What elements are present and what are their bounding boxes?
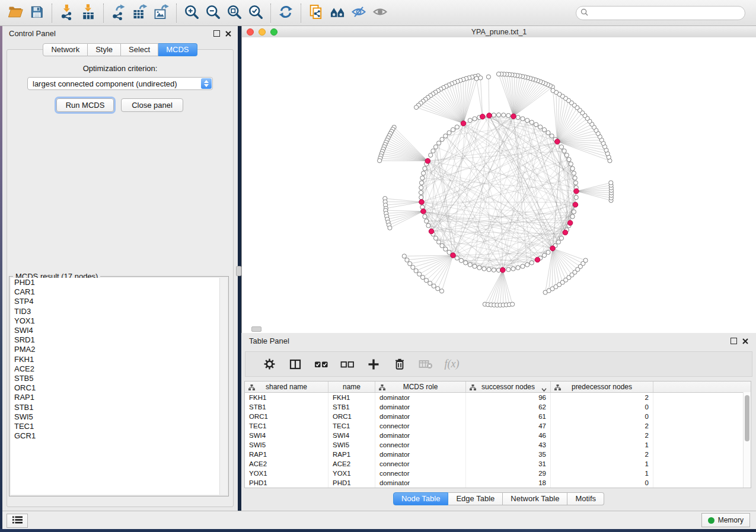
fx-icon: f(x) — [445, 358, 460, 370]
table-row[interactable]: FKH1FKH1dominator962 — [245, 393, 751, 402]
export-table-button[interactable] — [129, 3, 151, 23]
mcds-result-scrollbar[interactable] — [219, 278, 227, 495]
export-image-button[interactable] — [151, 3, 172, 23]
column-header-MCDS-role[interactable]: MCDS role — [375, 382, 466, 392]
add-column-button[interactable] — [361, 358, 387, 370]
mcds-result-item[interactable]: ORC1 — [11, 383, 220, 393]
search-icon — [580, 8, 588, 18]
mcds-result-item[interactable]: FKH1 — [11, 355, 220, 364]
node-table: shared namenameMCDS rolesuccessor nodesp… — [244, 381, 751, 488]
float-panel-icon[interactable] — [213, 30, 220, 37]
float-table-panel-icon[interactable] — [731, 338, 737, 344]
network-graph — [242, 37, 756, 333]
table-scrollbar-thumb[interactable] — [745, 395, 749, 441]
table-scrollbar[interactable] — [743, 392, 751, 488]
table-cell: SWI5 — [328, 440, 375, 450]
table-cell: 31 — [466, 459, 551, 469]
mcds-result-item[interactable]: RAP1 — [11, 393, 220, 402]
optimization-criterion-label: Optimization criterion: — [7, 64, 233, 73]
network-window-titlebar[interactable]: YPA_prune.txt_1 — [242, 26, 756, 38]
table-cell: RAP1 — [328, 450, 375, 459]
tab-motifs[interactable]: Motifs — [567, 492, 604, 505]
table-row[interactable]: ORC1ORC1dominator610 — [245, 412, 751, 421]
import-table-button[interactable] — [78, 3, 99, 23]
mcds-result-item[interactable]: GCR1 — [11, 431, 220, 441]
mcds-result-item[interactable]: STB5 — [11, 374, 220, 383]
delete-column-button[interactable] — [387, 358, 413, 370]
table-row[interactable]: STB1STB1dominator620 — [245, 402, 751, 412]
zoom-in-button[interactable] — [181, 3, 202, 23]
mcds-result-item[interactable]: YOX1 — [11, 316, 220, 326]
table-row[interactable]: TEC1TEC1connector472 — [245, 421, 751, 431]
tab-style[interactable]: Style — [88, 43, 121, 56]
mcds-result-item[interactable]: CAR1 — [11, 287, 220, 297]
export-network-icon — [110, 4, 127, 23]
zoom-selected-button[interactable] — [245, 3, 266, 23]
table-row[interactable]: ACE2ACE2connector311 — [245, 459, 751, 469]
column-header-successor-nodes[interactable]: successor nodes — [466, 382, 551, 392]
export-network-button[interactable] — [108, 3, 129, 23]
select-all-button[interactable] — [308, 360, 334, 369]
table-cell: 2 — [551, 421, 653, 431]
vertical-splitter-handle[interactable] — [236, 266, 241, 276]
close-panel-button[interactable]: Close panel — [121, 98, 183, 112]
search-network-button[interactable] — [327, 3, 348, 23]
save-session-button[interactable] — [26, 3, 47, 23]
memory-button[interactable]: Memory — [701, 513, 750, 527]
table-row[interactable]: PHD1PHD1dominator180 — [245, 478, 751, 488]
open-in-browser-button[interactable] — [305, 3, 327, 23]
table-cell: connector — [375, 421, 466, 431]
mcds-result-item[interactable]: TID3 — [11, 307, 220, 316]
mcds-result-item[interactable]: STP4 — [11, 297, 220, 306]
mcds-result-item[interactable]: SWI4 — [11, 326, 220, 335]
mcds-result-item[interactable]: PMA2 — [11, 345, 220, 354]
table-row[interactable]: RAP1RAP1dominator352 — [245, 450, 751, 459]
show-columns-button[interactable] — [282, 358, 308, 370]
table-cell: PHD1 — [328, 478, 375, 488]
mcds-result-item[interactable]: PHD1 — [11, 278, 220, 287]
close-panel-icon[interactable] — [225, 28, 231, 39]
column-settings-button[interactable] — [256, 358, 282, 370]
tab-node-table[interactable]: Node Table — [393, 492, 449, 505]
horizontal-splitter-handle[interactable] — [251, 326, 261, 332]
open-file-button[interactable] — [5, 3, 26, 23]
table-cell: 35 — [466, 450, 551, 459]
close-table-panel-icon[interactable] — [742, 336, 748, 347]
search-input[interactable] — [591, 8, 741, 18]
network-search-field[interactable] — [576, 6, 745, 20]
mcds-result-item[interactable]: SRD1 — [11, 335, 220, 345]
table-cell: ACE2 — [245, 459, 328, 469]
tab-select[interactable]: Select — [121, 43, 158, 56]
table-row[interactable]: YOX1YOX1connector291 — [245, 469, 751, 478]
zoom-fit-button[interactable] — [224, 3, 245, 23]
table-row[interactable]: SWI5SWI5connector431 — [245, 440, 751, 450]
control-panel-tabs: Network Style Select MCDS — [2, 43, 238, 56]
destroy-table-button[interactable] — [413, 359, 439, 369]
mcds-result-item[interactable]: TEC1 — [11, 422, 220, 431]
deselect-all-button[interactable] — [334, 360, 361, 369]
refresh-view-button[interactable] — [275, 3, 296, 23]
tab-network[interactable]: Network — [43, 43, 88, 56]
table-row[interactable]: SWI4SWI4dominator462 — [245, 431, 751, 440]
show-graphics-details-button[interactable] — [369, 3, 391, 23]
table-cell: SWI4 — [245, 431, 328, 440]
tab-edge-table[interactable]: Edge Table — [448, 492, 503, 505]
column-header-shared-name[interactable]: shared name — [245, 382, 328, 392]
mcds-result-item[interactable]: ACE2 — [11, 364, 220, 374]
table-cell: SWI4 — [328, 431, 375, 440]
network-canvas[interactable] — [242, 37, 756, 333]
mcds-result-item[interactable]: STB1 — [11, 403, 220, 412]
import-network-button[interactable] — [56, 3, 78, 23]
task-history-button[interactable] — [7, 514, 28, 528]
column-header-name[interactable]: name — [328, 382, 375, 392]
optimization-criterion-select[interactable]: largest connected component (undirected) — [27, 77, 213, 90]
tab-network-table[interactable]: Network Table — [503, 492, 567, 505]
run-mcds-button[interactable]: Run MCDS — [56, 98, 114, 112]
task-list-icon — [12, 515, 23, 526]
tab-mcds[interactable]: MCDS — [158, 43, 197, 56]
column-header-predecessor-nodes[interactable]: predecessor nodes — [551, 382, 653, 392]
mcds-result-item[interactable]: SWI5 — [11, 412, 220, 422]
function-builder-button[interactable]: f(x) — [439, 358, 465, 370]
hide-graphics-details-button[interactable] — [348, 3, 369, 23]
zoom-out-button[interactable] — [202, 3, 224, 23]
